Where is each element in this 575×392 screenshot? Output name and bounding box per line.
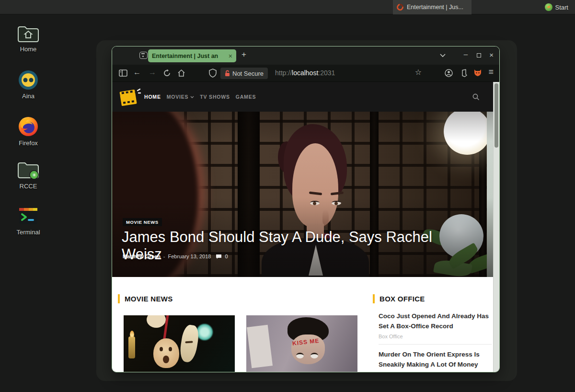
desktop: Entertainment | Jus... Start Home Aina [0,0,575,392]
article-category[interactable]: Box Office [379,334,403,339]
start-button[interactable]: Start [542,0,571,14]
profile-icon[interactable] [445,69,453,77]
hero-article: MOVIE NEWS James Bond Should Stay A Dude… [112,112,493,277]
tab-title: Entertainment | Just an [152,53,227,59]
page-scrollbar[interactable] [493,82,499,372]
tab-bar: Entertainment | Just an × + – × [112,46,499,65]
paper-sheet [247,325,273,369]
window-close-button[interactable]: × [489,51,494,59]
window-minimize-button[interactable]: – [464,50,468,58]
section-heading-box-office: BOX OFFICE [373,294,425,303]
app-swirl-icon [395,2,404,12]
clock-ornament [153,338,179,368]
candle-ornament [178,324,200,363]
site-header: HOME MOVIES TV SHOWS GAMES [112,82,493,112]
forward-button[interactable]: → [149,68,156,77]
home-folder-icon [17,25,40,43]
taskbar-window-button[interactable]: Entertainment | Jus... [393,0,472,14]
desktop-icon-label: Aina [7,92,50,100]
article-date: February 13, 2018 [168,254,211,259]
comment-count[interactable]: 0 [225,254,228,259]
desktop-icon-label: RCCE [7,183,50,190]
desktop-icon-terminal[interactable]: Terminal [7,206,50,236]
top-taskbar: Entertainment | Jus... Start [0,0,575,14]
comment-bubble-icon [216,254,222,259]
candle-flame [130,331,134,337]
box-office-article[interactable]: Coco Just Opened And Already Has Set A B… [379,311,492,332]
nav-item-movies[interactable]: MOVIES [167,94,195,100]
article-thumbnail-kiss-me[interactable]: KISS ME [246,315,357,372]
painted-eye [310,353,318,358]
nav-item-tv-shows[interactable]: TV SHOWS [200,94,230,100]
search-icon[interactable] [472,93,480,101]
article-title[interactable]: Murder On The Orient Express Is Sneakily… [379,350,492,370]
terminal-icon [18,206,38,226]
url-host: localhost [292,69,318,77]
chevron-down-icon [190,96,194,98]
aina-icon [18,70,38,90]
nav-item-home[interactable]: HOME [144,94,161,100]
start-icon [545,3,552,11]
fox-addon-icon[interactable] [473,69,482,77]
insecure-lock-icon [225,70,230,77]
scrollbar-thumb[interactable] [494,83,498,148]
bookmark-star-icon[interactable]: ☆ [415,68,422,77]
browser-tab-active[interactable]: Entertainment | Just an × [148,49,236,62]
tab-overview-icon[interactable] [139,52,148,59]
article-thumbnail-ornaments[interactable] [124,315,235,372]
article-title[interactable]: Coco Just Opened And Already Has Set A B… [379,311,492,332]
taskbar-window-title: Entertainment | Jus... [407,4,463,11]
clapperboard-logo-icon[interactable] [118,87,142,108]
desktop-icon-firefox[interactable]: Firefox [7,115,50,147]
tracking-shield-icon[interactable] [209,69,217,78]
svg-text:✳: ✳ [32,172,36,178]
section-heading-movie-news: MOVIE NEWS [118,294,173,303]
desktop-icon-home[interactable]: Home [7,25,50,53]
content-area: MOVIE NEWS BOX OFFICE [112,277,493,372]
byline-separator: - [163,254,165,259]
site-nav: HOME MOVIES TV SHOWS GAMES [144,82,256,112]
home-icon[interactable] [177,69,185,77]
desktop-icon-rcce[interactable]: ✳ RCCE [7,161,50,190]
window-maximize-button[interactable] [477,53,481,58]
sidebar-toggle-icon[interactable] [119,69,127,77]
painted-eye [296,353,304,358]
author-link[interactable]: Matthew Green [123,254,161,259]
box-office-article[interactable]: Murder On The Orient Express Is Sneakily… [379,350,492,370]
browser-window: Entertainment | Just an × + – × ← → [112,46,500,372]
desktop-icon-aina[interactable]: Aina [7,70,50,100]
back-button[interactable]: ← [133,68,141,77]
nav-item-movies-label: MOVIES [167,94,189,100]
firefox-icon [17,115,39,137]
menu-icon[interactable]: ≡ [488,68,494,76]
desktop-icon-label: Firefox [7,139,50,147]
url-scheme: http:// [275,69,292,77]
nav-item-games[interactable]: GAMES [236,94,256,100]
article-divider [379,344,492,345]
desktop-icon-label: Terminal [7,229,50,236]
page-viewport: HOME MOVIES TV SHOWS GAMES [112,82,499,372]
new-tab-button[interactable]: + [242,50,246,59]
reload-icon[interactable] [163,69,171,77]
tab-close-icon[interactable]: × [229,52,232,60]
ornament-ball [147,315,166,328]
address-bar: ← → Not Secure http://localhost:2031 [112,65,499,82]
extension-icon[interactable] [460,69,468,77]
desktop-icon-label: Home [7,46,50,53]
security-badge[interactable]: Not Secure [220,68,268,79]
hero-category-badge[interactable]: MOVIE NEWS [123,218,162,226]
url-port: :2031 [318,69,335,77]
bokeh-light [196,324,213,340]
rcce-folder-icon: ✳ [17,161,40,180]
security-label: Not Secure [232,70,264,77]
url-field[interactable]: http://localhost:2031 [275,69,335,77]
tab-list-chevron-icon[interactable] [440,54,446,58]
start-label: Start [555,4,568,11]
hero-byline: Matthew Green - February 13, 2018 0 [123,254,228,259]
gold-candle [128,336,135,358]
